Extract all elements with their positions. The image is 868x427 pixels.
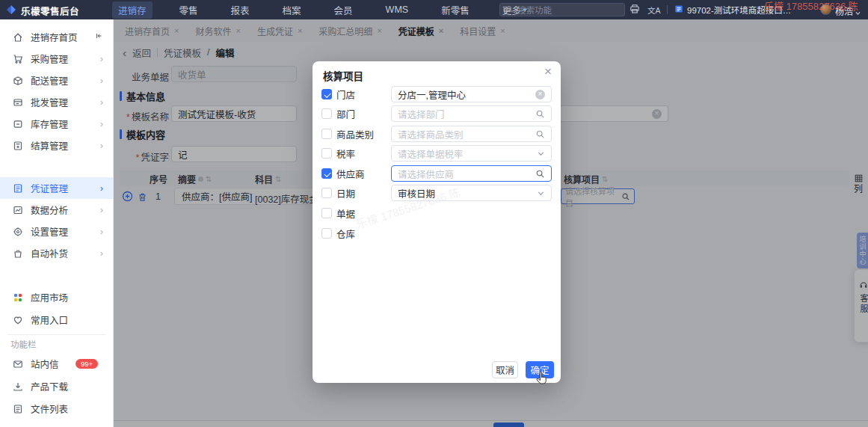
modal-row-store: 门店 分店一,管理中心	[321, 86, 552, 102]
user-avatar[interactable]	[820, 4, 831, 15]
chevron-right-icon: ›	[100, 248, 103, 259]
modal-row-department: 部门 请选择部门	[321, 105, 552, 122]
message-count-badge: 99+	[76, 359, 98, 369]
modal-close-icon[interactable]: ×	[544, 64, 552, 79]
date-checkbox[interactable]	[321, 188, 332, 198]
nav-item-inventory[interactable]: 进销存	[112, 1, 153, 19]
modal-row-category: 商品类别 请选择商品类别	[321, 126, 552, 142]
supplier-input[interactable]: 请选择供应商	[391, 165, 552, 182]
search-icon	[535, 129, 545, 139]
chevron-right-icon: ›	[100, 226, 103, 237]
modal-title: 核算项目	[323, 68, 363, 83]
search-icon	[535, 109, 545, 119]
category-input[interactable]: 请选择商品类别	[391, 126, 552, 142]
modal-row-warehouse: 仓库	[321, 225, 552, 242]
store-switcher[interactable]: 99702-测试环境商超接口测试...	[674, 4, 798, 16]
sidebar-item-wholesale[interactable]: 批发管理›	[0, 91, 113, 113]
chevron-down-icon	[537, 189, 545, 197]
chevron-right-icon: ›	[100, 140, 103, 151]
store-name: 99702-测试环境商超接口测试...	[687, 4, 798, 16]
nav-item-archives[interactable]: 档案	[277, 1, 307, 19]
topbar-divider	[667, 5, 668, 14]
sidebar-item-downloads[interactable]: 产品下载	[0, 375, 113, 397]
user-name[interactable]: 杨浩	[835, 4, 853, 17]
department-input[interactable]: 请选择部门	[391, 105, 552, 122]
modal-row-document: 单据	[321, 205, 552, 221]
search-input[interactable]: 搜索功能	[499, 3, 625, 16]
sidebar-item-voucher[interactable]: 凭证管理›	[0, 177, 113, 199]
sidebar-item-app-market[interactable]: 应用市场	[0, 286, 113, 308]
app-title: 乐檬零售后台	[21, 4, 79, 18]
sidebar-item-voucher-prev	[0, 156, 113, 178]
top-bar: 乐檬零售后台 进销存 零售 报表 档案 会员 WMS 新零售 更多▾ 搜索功能 …	[0, 0, 868, 19]
sidebar-item-file-list[interactable]: 文件列表	[0, 398, 113, 420]
app-window: 乐檬零售后台 进销存 零售 报表 档案 会员 WMS 新零售 更多▾ 搜索功能 …	[0, 0, 868, 427]
store-icon	[674, 4, 683, 15]
sidebar-item-purchase[interactable]: 采购管理›	[0, 48, 113, 70]
sidebar-divider	[7, 334, 105, 335]
sidebar-item-favorites[interactable]: 常用入口	[0, 309, 113, 331]
store-checkbox[interactable]	[321, 89, 332, 99]
logo-icon	[6, 4, 16, 18]
sidebar-item-settlement[interactable]: 结算管理›	[0, 135, 113, 156]
tax-checkbox[interactable]	[321, 148, 332, 159]
search-placeholder: 搜索功能	[517, 4, 552, 16]
nav-item-members[interactable]: 会员	[328, 1, 359, 19]
nav-item-retail[interactable]: 零售	[173, 1, 204, 19]
modal-row-date: 日期 审核日期	[321, 185, 552, 201]
top-nav: 进销存 零售 报表 档案 会员 WMS 新零售 更多▾	[112, 0, 532, 19]
chevron-right-icon: ›	[100, 96, 103, 108]
sidebar-item-analytics[interactable]: 数据分析›	[0, 199, 113, 221]
nav-item-new-retail[interactable]: 新零售	[435, 1, 475, 19]
sidebar-item-messages[interactable]: 站内信 99+	[0, 353, 113, 375]
supplier-checkbox[interactable]	[321, 168, 332, 179]
chevron-right-icon: ›	[100, 204, 103, 215]
sidebar-item-delivery[interactable]: 配送管理›	[0, 70, 113, 91]
search-icon	[505, 3, 514, 16]
chevron-right-icon: ›	[100, 182, 103, 194]
nav-item-wms[interactable]: WMS	[380, 3, 415, 16]
translate-icon[interactable]: 文A	[647, 4, 661, 16]
date-select[interactable]: 审核日期	[391, 185, 552, 201]
nav-item-reports[interactable]: 报表	[225, 1, 256, 19]
modal-row-supplier: 供应商 请选择供应商	[321, 165, 552, 182]
warehouse-checkbox[interactable]	[321, 228, 332, 239]
chevron-down-icon	[537, 150, 545, 158]
tax-select[interactable]: 请选择单据税率	[391, 145, 552, 162]
store-value-input[interactable]: 分店一,管理中心	[391, 86, 552, 102]
chevron-right-icon: ›	[100, 75, 103, 86]
sidebar-item-settings[interactable]: 设置管理›	[0, 221, 113, 242]
search-icon	[535, 169, 545, 179]
chevron-right-icon: ›	[100, 53, 103, 64]
user-menu-chevron-icon[interactable]	[855, 6, 861, 19]
category-checkbox[interactable]	[321, 129, 332, 139]
cancel-button[interactable]: 取消	[492, 361, 518, 378]
accounting-items-modal: 核算项目 × 乐檬 17855827636 陈 门店 分店一,管理中心 部门 请…	[313, 61, 561, 383]
clear-icon[interactable]	[535, 90, 545, 99]
sidebar-section-label: 功能栏	[10, 338, 37, 350]
collapse-sidebar-icon[interactable]	[94, 31, 103, 43]
modal-row-tax: 税率 请选择单据税率	[321, 145, 552, 162]
chevron-right-icon: ›	[100, 118, 103, 129]
printer-icon[interactable]	[630, 4, 640, 17]
sidebar-item-home[interactable]: 进销存首页	[0, 26, 113, 48]
department-checkbox[interactable]	[321, 108, 332, 119]
document-checkbox[interactable]	[321, 208, 332, 218]
sidebar-item-stock[interactable]: 库存管理›	[0, 113, 113, 135]
app-logo: 乐檬零售后台	[6, 4, 79, 18]
sidebar-item-replenish[interactable]: 自动补货›	[0, 242, 113, 264]
sidebar: 进销存首页 采购管理› 配送管理› 批发管理› 库存管理› 结算管理› 凭证管理…	[0, 19, 114, 427]
confirm-button[interactable]: 确定	[526, 361, 554, 378]
